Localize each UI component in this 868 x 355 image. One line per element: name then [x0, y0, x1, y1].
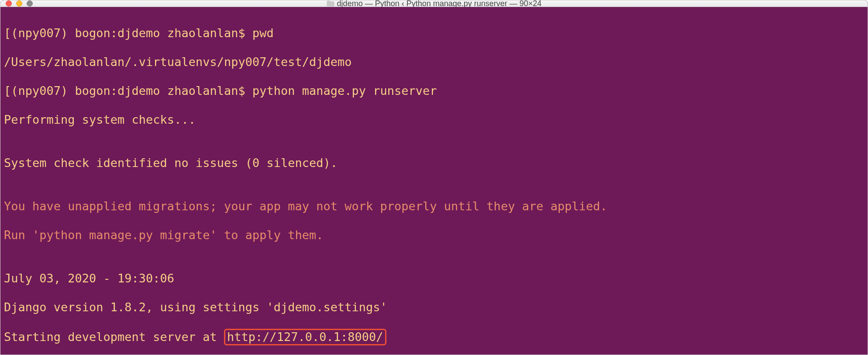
- server-url-highlight: http://127.0.0.1:8000/: [224, 329, 386, 345]
- terminal-line: July 03, 2020 - 19:30:06: [4, 271, 864, 285]
- prompt: (npy007) bogon:djdemo zhaolanlan$: [11, 26, 252, 40]
- terminal-line: [(npy007) bogon:djdemo zhaolanlan$ pytho…: [4, 84, 864, 98]
- command-text: python manage.py runserver: [252, 84, 437, 97]
- prompt-bracket: [: [4, 26, 11, 40]
- terminal-line: Django version 1.8.2, using settings 'dj…: [4, 300, 864, 314]
- prompt-bracket: [: [4, 84, 11, 97]
- prompt: (npy007) bogon:djdemo zhaolanlan$: [11, 84, 252, 97]
- close-icon[interactable]: [6, 0, 12, 7]
- maximize-icon[interactable]: [27, 0, 33, 7]
- terminal-line: [(npy007) bogon:djdemo zhaolanlan$ pwd: [4, 26, 864, 40]
- terminal-window: djdemo — Python ‹ Python manage.py runse…: [0, 0, 868, 355]
- window-controls: [6, 0, 33, 7]
- folder-icon: [327, 0, 334, 7]
- terminal-line: /Users/zhaolanlan/.virtualenvs/npy007/te…: [4, 55, 864, 69]
- server-prefix: Starting development server at: [4, 330, 224, 344]
- terminal-line: System check identified no issues (0 sil…: [4, 156, 864, 170]
- terminal-warning: Run 'python manage.py migrate' to apply …: [4, 228, 864, 242]
- terminal-warning: You have unapplied migrations; your app …: [4, 199, 864, 213]
- titlebar[interactable]: djdemo — Python ‹ Python manage.py runse…: [0, 0, 868, 7]
- terminal-line: Performing system checks...: [4, 112, 864, 127]
- command-text: pwd: [252, 26, 274, 40]
- terminal-body[interactable]: [(npy007) bogon:djdemo zhaolanlan$ pwd /…: [0, 7, 868, 355]
- minimize-icon[interactable]: [16, 0, 22, 7]
- terminal-line: Starting development server at http://12…: [4, 329, 864, 345]
